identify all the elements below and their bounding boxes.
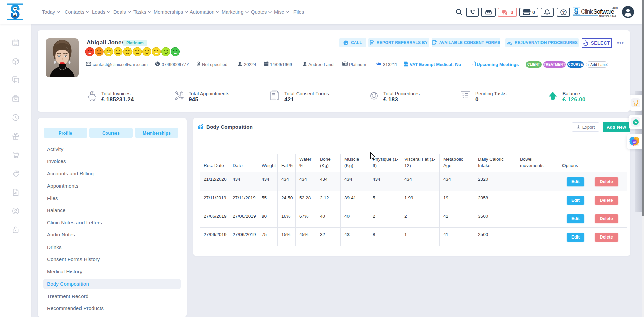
svg-text:ClinicSoftware: ClinicSoftware [581,8,614,15]
svg-text:.com: .com [612,6,618,9]
svg-text:AI: AI [633,140,636,143]
svg-text:VAT: VAT [404,63,408,66]
svg-text:12: 12 [472,63,475,66]
svg-text:12: 12 [14,42,17,45]
svg-text:?: ? [562,10,565,14]
svg-text:TEN STEPS AHEAD: TEN STEPS AHEAD [599,15,616,17]
